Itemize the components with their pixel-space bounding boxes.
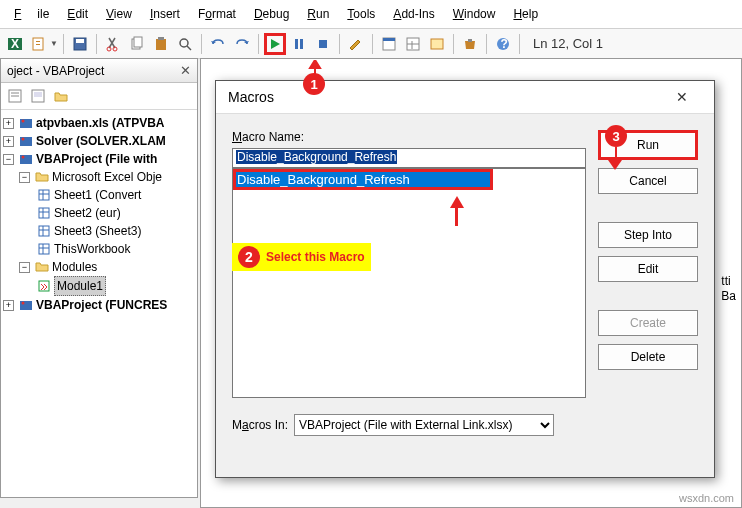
worksheet-icon [37,206,51,220]
tree-expand-icon[interactable]: + [3,300,14,311]
svg-rect-15 [295,39,298,49]
close-icon[interactable]: ✕ [180,63,191,78]
macro-list[interactable]: Disable_Background_Refresh [232,168,586,398]
macros-dialog: Macros ✕ Macro Name: Disable_Background_… [215,80,715,478]
properties-icon[interactable] [402,33,424,55]
menu-window[interactable]: Window [445,4,504,24]
toolbar: X ▼ ? Ln 12, Col 1 [0,29,742,59]
copy-icon[interactable] [126,33,148,55]
tree-node-sheet3[interactable]: Sheet3 (Sheet3) [54,222,141,240]
run-icon[interactable] [264,33,286,55]
tree-collapse-icon[interactable]: − [19,262,30,273]
annotation-3: 3 [605,125,627,170]
macro-list-item[interactable]: Disable_Background_Refresh [233,169,493,190]
tree-node-modules[interactable]: Modules [52,258,97,276]
tree-node-vbaproject[interactable]: VBAProject (File with [36,150,157,168]
tree-node-solver[interactable]: Solver (SOLVER.XLAM [36,132,166,150]
menu-format[interactable]: Format [190,4,244,24]
workbook-icon [37,242,51,256]
project-pane-toolbar [1,83,197,110]
svg-rect-45 [39,244,49,254]
menu-debug[interactable]: Debug [246,4,297,24]
svg-rect-22 [468,39,472,42]
tree-collapse-icon[interactable]: − [19,172,30,183]
watermark: wsxdn.com [679,492,734,504]
dialog-title-bar[interactable]: Macros ✕ [216,81,714,114]
object-browser-icon[interactable] [426,33,448,55]
insert-module-icon[interactable] [28,33,50,55]
view-object-icon[interactable] [28,86,48,106]
svg-point-31 [22,120,25,123]
project-tree[interactable]: +atpvbaen.xls (ATPVBA +Solver (SOLVER.XL… [1,110,197,318]
svg-text:X: X [11,37,19,51]
menu-view[interactable]: View [98,4,140,24]
project-explorer-icon[interactable] [378,33,400,55]
menu-file[interactable]: File [6,4,57,24]
vba-project-icon [19,152,33,166]
cancel-button[interactable]: Cancel [598,168,698,194]
folder-toggle-icon[interactable] [51,86,71,106]
paste-icon[interactable] [150,33,172,55]
edit-button[interactable]: Edit [598,256,698,282]
macro-name-input[interactable]: Disable_Background_Refresh [232,148,586,168]
step-into-button[interactable]: Step Into [598,222,698,248]
svg-point-50 [22,302,25,305]
svg-rect-21 [431,39,443,49]
view-code-icon[interactable] [5,86,25,106]
macros-in-select[interactable]: VBAProject (File with External Link.xlsx… [294,414,554,436]
svg-rect-29 [34,92,42,97]
worksheet-icon [37,188,51,202]
svg-rect-19 [383,38,395,41]
design-mode-icon[interactable] [345,33,367,55]
project-pane-title-bar: oject - VBAProject ✕ [1,59,197,83]
svg-rect-3 [36,41,40,42]
svg-rect-42 [39,226,49,236]
find-icon[interactable] [174,33,196,55]
save-icon[interactable] [69,33,91,55]
code-fragment: tti Ba [721,274,736,304]
svg-point-13 [180,39,188,47]
tree-collapse-icon[interactable]: − [3,154,14,165]
create-button: Create [598,310,698,336]
tree-node-module1[interactable]: Module1 [54,276,106,296]
tree-node-atp[interactable]: atpvbaen.xls (ATPVBA [36,114,164,132]
menu-help[interactable]: Help [505,4,546,24]
svg-rect-36 [39,190,49,200]
stop-icon[interactable] [312,33,334,55]
annotation-2-arrow [328,196,585,226]
module-icon [37,279,51,293]
svg-rect-4 [36,44,40,45]
menu-insert[interactable]: Insert [142,4,188,24]
toolbox-icon[interactable] [459,33,481,55]
vba-project-icon [19,134,33,148]
tree-node-thisworkbook[interactable]: ThisWorkbook [54,240,130,258]
menu-addins[interactable]: Add-Ins [385,4,442,24]
svg-rect-10 [134,37,142,47]
redo-icon[interactable] [231,33,253,55]
project-pane-title: oject - VBAProject [7,64,104,78]
delete-button[interactable]: Delete [598,344,698,370]
menu-tools[interactable]: Tools [339,4,383,24]
tree-node-msobjects[interactable]: Microsoft Excel Obje [52,168,162,186]
folder-icon [35,260,49,274]
svg-text:?: ? [500,37,507,51]
tree-node-sheet2[interactable]: Sheet2 (eur) [54,204,121,222]
vba-project-icon [19,298,33,312]
tree-expand-icon[interactable]: + [3,118,14,129]
vba-project-icon [19,116,33,130]
dialog-title: Macros [228,89,274,105]
undo-icon[interactable] [207,33,229,55]
excel-icon[interactable]: X [4,33,26,55]
tree-node-sheet1[interactable]: Sheet1 (Convert [54,186,141,204]
dialog-close-icon[interactable]: ✕ [662,89,702,105]
menu-run[interactable]: Run [299,4,337,24]
pause-icon[interactable] [288,33,310,55]
tree-node-funcres[interactable]: VBAProject (FUNCRES [36,296,167,314]
cut-icon[interactable] [102,33,124,55]
dropdown-arrow-icon[interactable]: ▼ [50,39,58,48]
menu-bar: File Edit View Insert Format Debug Run T… [0,0,742,29]
tree-expand-icon[interactable]: + [3,136,14,147]
menu-edit[interactable]: Edit [59,4,96,24]
help-icon[interactable]: ? [492,33,514,55]
macros-in-label: Macros In: [232,418,288,432]
